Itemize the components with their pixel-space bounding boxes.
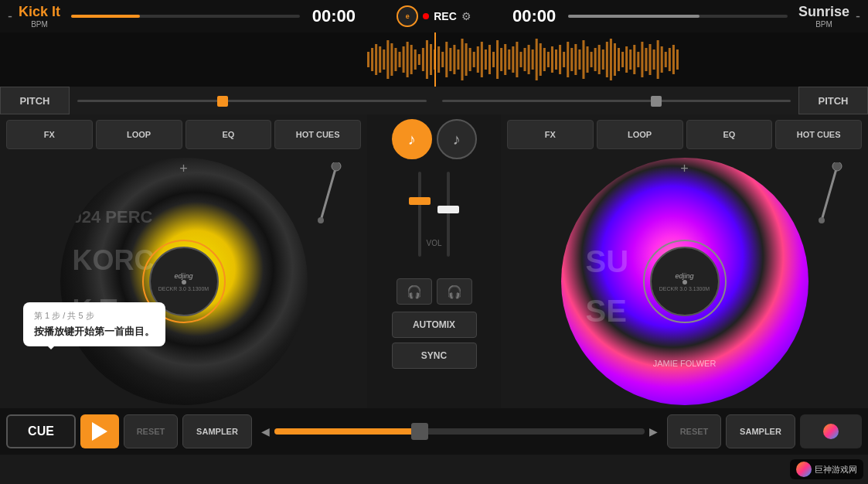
svg-rect-30 (485, 49, 487, 70)
left-headphone-button[interactable]: 🎧 (397, 278, 432, 305)
right-arm (814, 162, 853, 227)
svg-rect-48 (555, 49, 557, 70)
reset-button[interactable]: RESET (124, 414, 178, 448)
svg-rect-33 (496, 40, 499, 79)
crossfader-section: ◀ ▶ (257, 425, 662, 438)
waveform-bar (0, 32, 868, 87)
left-fader-thumb[interactable] (409, 197, 431, 205)
left-add-track-button[interactable]: + (179, 161, 188, 177)
svg-rect-43 (536, 39, 538, 80)
svg-rect-56 (587, 46, 589, 73)
right-fader-track[interactable] (447, 172, 450, 257)
rec-dot-icon (423, 13, 429, 19)
svg-rect-3 (379, 46, 381, 73)
tooltip-step: 第 1 步 / 共 5 步 (34, 310, 155, 322)
left-turntable[interactable]: 024 PERC KORC K T edjing DECKR 3.0 3.130… (60, 158, 308, 405)
svg-rect-53 (574, 44, 577, 75)
watermark-text: 巨神游戏网 (815, 464, 857, 475)
svg-point-84 (832, 162, 842, 171)
left-bpm-minus[interactable]: - (8, 9, 12, 25)
left-loop-button[interactable]: LOOP (96, 120, 182, 149)
left-eq-button[interactable]: EQ (186, 120, 272, 149)
crossfader-fill (274, 428, 423, 435)
left-pitch-button[interactable]: PITCH (0, 87, 70, 114)
svg-rect-58 (594, 48, 597, 71)
right-turntable[interactable]: SU SE edjing DECKR 3.0 3.1300M JAMIE FOL… (561, 158, 808, 405)
svg-rect-6 (390, 43, 393, 76)
right-add-track-button[interactable]: + (680, 161, 689, 177)
svg-rect-76 (665, 52, 667, 67)
crossfader-thumb[interactable] (411, 423, 428, 440)
rec-label[interactable]: REC (434, 10, 457, 22)
svg-rect-46 (547, 52, 550, 67)
svg-rect-28 (477, 46, 479, 73)
center-header: e REC ⚙ (371, 5, 497, 27)
watermark-logo-icon (796, 462, 812, 477)
svg-rect-25 (465, 43, 468, 76)
right-track-title: Sunrise (798, 4, 849, 20)
sampler-button[interactable]: SAMPLER (182, 414, 252, 448)
right-ring (643, 240, 727, 323)
svg-rect-14 (422, 48, 424, 71)
gear-icon[interactable]: ⚙ (461, 10, 471, 22)
sync-button[interactable]: SYNC (392, 343, 477, 369)
reset-right-button[interactable]: RESET (667, 414, 721, 448)
svg-rect-5 (386, 40, 389, 79)
right-hot-cues-button[interactable]: HOT CUES (775, 120, 862, 149)
right-fader-thumb[interactable] (437, 206, 459, 213)
svg-rect-38 (516, 42, 518, 77)
svg-rect-27 (473, 52, 475, 67)
svg-rect-16 (430, 44, 432, 75)
svg-rect-10 (407, 42, 409, 77)
vol-label: VOL (426, 239, 441, 247)
svg-rect-60 (602, 49, 604, 70)
svg-rect-11 (410, 45, 413, 74)
play-icon (92, 422, 107, 441)
left-deck-icon-button[interactable]: ♪ (392, 119, 432, 159)
right-pitch-button[interactable]: PITCH (798, 87, 868, 114)
svg-rect-71 (645, 48, 647, 71)
right-bpm-minus[interactable]: - (856, 9, 860, 25)
svg-rect-79 (676, 49, 679, 70)
left-header: - Kick It BPM 00:00 (0, 0, 371, 32)
svg-rect-74 (657, 40, 659, 79)
svg-rect-51 (567, 42, 569, 77)
cf-arrow-left[interactable]: ◀ (261, 425, 270, 438)
svg-rect-19 (441, 52, 444, 67)
left-track-title: Kick It (19, 4, 60, 20)
svg-rect-22 (453, 45, 455, 74)
right-deck-icon-button[interactable]: ♪ (437, 119, 477, 159)
svg-rect-73 (653, 49, 655, 70)
svg-line-83 (822, 166, 837, 220)
play-button[interactable] (80, 414, 119, 448)
headphone-row: 🎧 🎧 (397, 278, 472, 305)
left-fader-track[interactable] (418, 172, 421, 257)
left-fx-button[interactable]: FX (6, 120, 93, 149)
left-deck-buttons: FX LOOP EQ HOT CUES (0, 114, 367, 155)
svg-rect-78 (672, 45, 675, 74)
automix-button[interactable]: AUTOMIX (392, 312, 477, 338)
svg-rect-13 (418, 54, 420, 65)
left-fader-col (418, 165, 421, 257)
svg-line-80 (321, 166, 336, 220)
svg-rect-20 (445, 42, 448, 77)
sampler-right-button[interactable]: SAMPLER (726, 414, 795, 448)
right-headphone-button[interactable]: 🎧 (437, 278, 472, 305)
center-panel: ♪ ♪ VOL (367, 114, 501, 408)
crossfader-track[interactable] (274, 428, 645, 435)
cf-arrow-right[interactable]: ▶ (649, 425, 658, 438)
cue-button[interactable]: CUE (6, 414, 76, 448)
svg-point-82 (318, 217, 324, 223)
left-pitch-slider-area[interactable] (70, 87, 434, 114)
svg-point-81 (332, 162, 341, 171)
svg-rect-9 (403, 46, 405, 73)
right-eq-button[interactable]: EQ (686, 120, 773, 149)
right-fx-button[interactable]: FX (507, 120, 594, 149)
right-fader-col (447, 165, 450, 257)
right-loop-button[interactable]: LOOP (597, 120, 683, 149)
right-pitch-slider-area[interactable] (434, 87, 799, 114)
bottom-bar: CUE RESET SAMPLER ◀ ▶ RESET SAMPLER (0, 408, 868, 455)
left-hot-cues-button[interactable]: HOT CUES (274, 120, 361, 149)
deck-icons-row: ♪ ♪ (392, 119, 477, 159)
left-deck: FX LOOP EQ HOT CUES 024 PERC KORC K T (0, 114, 367, 408)
